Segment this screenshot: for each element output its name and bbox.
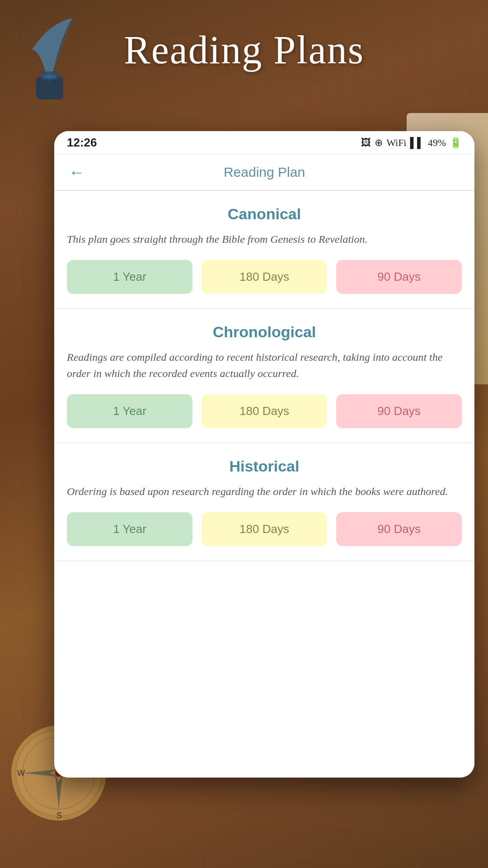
canonical-title: Canonical [67,205,462,223]
signal-icon: ▌▌ [410,137,424,149]
status-bar: 12:26 🖼 ⊕ WiFi ▌▌ 49% 🔋 [54,131,474,155]
chronological-90days-button[interactable]: 90 Days [336,394,462,428]
historical-description: Ordering is based upon research regardin… [67,483,462,500]
app-header-title: Reading Plan [224,165,305,180]
canonical-180days-button[interactable]: 180 Days [202,260,327,294]
page-title-area: Reading Plans [0,27,488,73]
back-button[interactable]: ← [65,159,89,185]
plan-historical: Historical Ordering is based upon resear… [54,443,474,561]
plan-canonical: Canonical This plan goes straight throug… [54,191,474,309]
historical-180days-button[interactable]: 180 Days [202,512,327,546]
battery-indicator: 49% [428,137,446,149]
chronological-title: Chronological [67,323,462,341]
photo-icon: 🖼 [361,137,371,149]
chronological-buttons: 1 Year 180 Days 90 Days [67,394,462,428]
historical-1year-button[interactable]: 1 Year [67,512,192,546]
status-icons: 🖼 ⊕ WiFi ▌▌ 49% 🔋 [361,137,462,149]
historical-90days-button[interactable]: 90 Days [336,512,462,546]
historical-buttons: 1 Year 180 Days 90 Days [67,512,462,546]
chronological-description: Readings are compiled according to recen… [67,349,462,382]
bluetooth-icon: ⊕ [375,137,383,149]
svg-text:S: S [56,811,62,820]
chronological-1year-button[interactable]: 1 Year [67,394,192,428]
app-header: ← Reading Plan [54,155,474,191]
battery-icon: 🔋 [450,137,462,149]
canonical-description: This plan goes straight through the Bibl… [67,231,462,247]
svg-point-3 [43,75,56,79]
svg-text:W: W [17,769,25,778]
historical-title: Historical [67,458,462,475]
status-time: 12:26 [67,136,97,150]
phone-frame: 12:26 🖼 ⊕ WiFi ▌▌ 49% 🔋 ← Reading Plan C… [54,131,474,778]
canonical-1year-button[interactable]: 1 Year [67,260,192,294]
wifi-icon: WiFi [386,137,406,149]
content-area: Canonical This plan goes straight throug… [54,191,474,778]
plan-chronological: Chronological Readings are compiled acco… [54,309,474,443]
page-title: Reading Plans [0,27,488,73]
svg-rect-1 [36,77,63,99]
canonical-buttons: 1 Year 180 Days 90 Days [67,260,462,294]
chronological-180days-button[interactable]: 180 Days [202,394,327,428]
canonical-90days-button[interactable]: 90 Days [336,260,462,294]
